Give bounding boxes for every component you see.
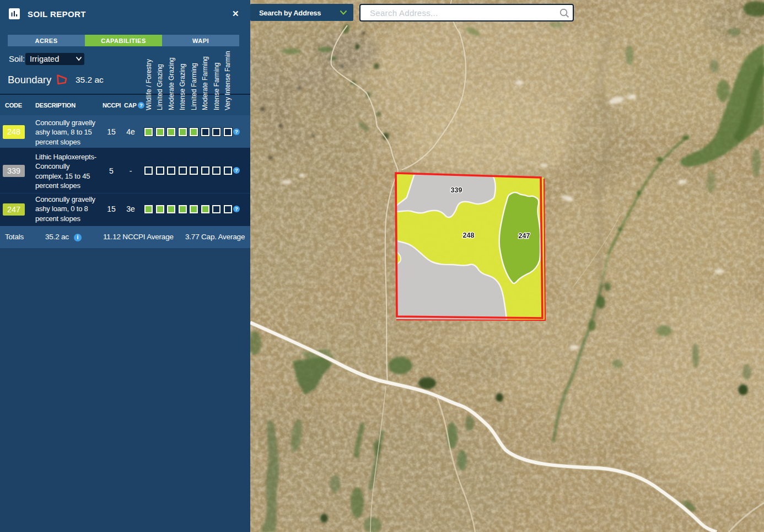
svg-text:Intense Farming: Intense Farming <box>213 62 220 110</box>
svg-text:Moderate Farming: Moderate Farming <box>201 56 209 110</box>
svg-text:Intense Grazing: Intense Grazing <box>179 63 186 110</box>
svg-text:339: 339 <box>451 186 462 194</box>
svg-text:247: 247 <box>519 232 530 240</box>
svg-text:Limited Farming: Limited Farming <box>190 63 198 110</box>
svg-text:Limited Grazing: Limited Grazing <box>156 64 164 110</box>
svg-text:Very Intense Farmin: Very Intense Farmin <box>224 51 232 110</box>
svg-text:248: 248 <box>463 232 475 239</box>
svg-text:Wildlife / Forestry: Wildlife / Forestry <box>145 59 153 110</box>
svg-text:Moderate Grazing: Moderate Grazing <box>168 57 175 110</box>
